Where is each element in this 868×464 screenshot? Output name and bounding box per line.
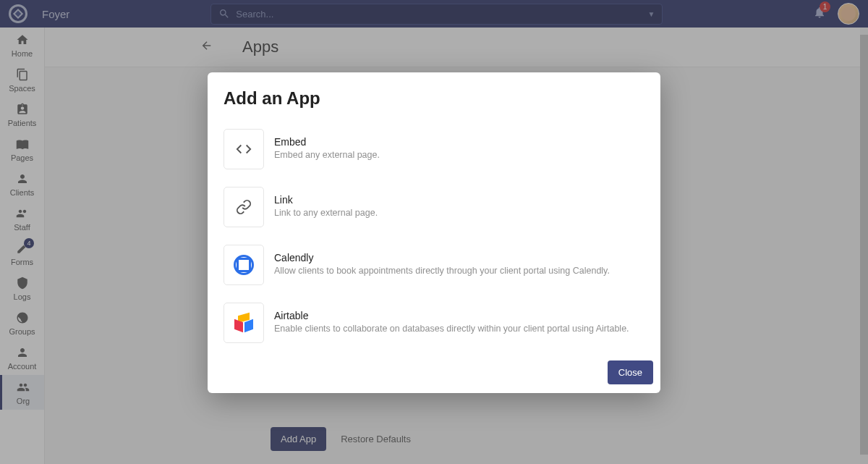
app-option-link[interactable]: Link Link to any external page. <box>224 178 644 236</box>
app-name-label: Link <box>274 194 644 206</box>
app-name-label: Airtable <box>274 310 644 321</box>
modal-title: Add an App <box>208 72 660 117</box>
calendly-icon <box>224 245 264 285</box>
app-name-label: Calendly <box>274 252 644 263</box>
app-desc-label: Embed any external page. <box>274 149 644 162</box>
app-desc-label: Enable clients to collaborate on databas… <box>274 323 644 336</box>
app-option-airtable[interactable]: Airtable Enable clients to collaborate o… <box>224 294 644 352</box>
modal-footer: Close <box>208 352 660 393</box>
app-desc-label: Allow clients to book appointments direc… <box>274 265 644 278</box>
app-desc-label: Link to any external page. <box>274 207 644 220</box>
modal-app-list[interactable]: Embed Embed any external page. Link Link… <box>224 117 660 352</box>
app-option-calendly[interactable]: Calendly Allow clients to book appointme… <box>224 236 644 294</box>
close-button[interactable]: Close <box>608 360 653 384</box>
embed-icon <box>224 129 264 169</box>
app-option-embed[interactable]: Embed Embed any external page. <box>224 120 644 178</box>
add-app-modal: Add an App Embed Embed any external page… <box>208 72 660 393</box>
link-icon <box>224 187 264 227</box>
airtable-icon <box>224 303 264 343</box>
app-name-label: Embed <box>274 136 644 148</box>
